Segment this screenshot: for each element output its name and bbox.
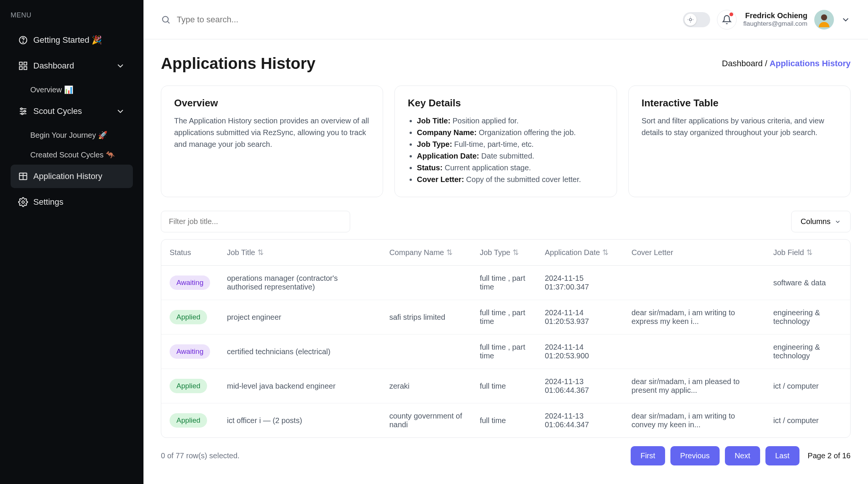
breadcrumb-root[interactable]: Dashboard bbox=[722, 59, 763, 68]
avatar bbox=[814, 10, 834, 30]
key-detail-item: Job Type: Full-time, part-time, etc. bbox=[417, 139, 603, 150]
cell-company-name: zeraki bbox=[381, 369, 471, 403]
help-circle-icon bbox=[18, 35, 28, 45]
sidebar-item-label: Scout Cycles bbox=[33, 106, 82, 116]
key-detail-item: Company Name: Organization offering the … bbox=[417, 127, 603, 139]
card-title: Key Details bbox=[408, 97, 603, 109]
sidebar-item-dashboard[interactable]: Dashboard bbox=[11, 54, 133, 78]
cell-application-date: 2024-11-13 01:06:44.367 bbox=[536, 369, 623, 403]
sidebar-subitem-begin-journey[interactable]: Begin Your Journey 🚀 bbox=[11, 125, 133, 145]
cell-application-date: 2024-11-14 01:20:53.937 bbox=[536, 300, 623, 335]
cell-job-type: full time bbox=[471, 403, 536, 438]
sidebar-subitem-created-cycles[interactable]: Created Scout Cycles 🦘 bbox=[11, 145, 133, 165]
card-key-details: Key Details Job Title: Position applied … bbox=[394, 86, 617, 197]
cell-job-type: full time bbox=[471, 369, 536, 403]
cell-job-title: project engineer bbox=[218, 300, 381, 335]
svg-point-18 bbox=[689, 19, 692, 21]
col-job-title[interactable]: Job Title⇅ bbox=[218, 240, 381, 266]
columns-button[interactable]: Columns bbox=[791, 211, 851, 232]
page-content: Applications History Dashboard / Applica… bbox=[143, 39, 868, 484]
col-job-type[interactable]: Job Type⇅ bbox=[471, 240, 536, 266]
key-detail-item: Application Date: Date submitted. bbox=[417, 150, 603, 162]
cell-company-name bbox=[381, 335, 471, 369]
sidebar-subitem-overview[interactable]: Overview 📊 bbox=[11, 80, 133, 100]
key-detail-item: Status: Current application stage. bbox=[417, 162, 603, 174]
card-body: The Application History section provides… bbox=[174, 115, 370, 150]
chevron-down-icon bbox=[834, 218, 841, 225]
previous-page-button[interactable]: Previous bbox=[670, 446, 720, 465]
chevron-down-icon bbox=[841, 15, 851, 25]
user-name: Fredrick Ochieng bbox=[743, 11, 807, 20]
sidebar-item-scout-cycles[interactable]: Scout Cycles bbox=[11, 100, 133, 123]
sort-icon: ⇅ bbox=[513, 248, 519, 257]
notification-dot bbox=[729, 12, 733, 16]
card-overview: Overview The Application History section… bbox=[161, 86, 383, 197]
table-row[interactable]: Appliedproject engineersafi strips limit… bbox=[161, 300, 850, 335]
cell-job-type: full time , part time bbox=[471, 300, 536, 335]
cell-job-type: full time , part time bbox=[471, 335, 536, 369]
svg-point-1 bbox=[23, 42, 23, 43]
cell-job-field: engineering & technology bbox=[765, 335, 850, 369]
cell-job-field: software & data bbox=[765, 266, 850, 300]
card-title: Interactive Table bbox=[642, 97, 837, 109]
user-menu[interactable]: Fredrick Ochieng flaughters@gmail.com bbox=[743, 10, 851, 30]
breadcrumb-separator: / bbox=[765, 59, 767, 68]
sidebar-item-label: Application History bbox=[33, 171, 102, 181]
sidebar: MENU Getting Started 🎉 Dashboard Overvie… bbox=[0, 0, 143, 484]
next-page-button[interactable]: Next bbox=[725, 446, 760, 465]
avatar-illustration bbox=[817, 12, 832, 27]
sort-icon: ⇅ bbox=[806, 248, 813, 257]
svg-line-17 bbox=[168, 22, 170, 23]
breadcrumb-current: Applications History bbox=[770, 59, 851, 68]
key-details-list: Job Title: Position applied for.Company … bbox=[408, 115, 603, 185]
card-body: Sort and filter applications by various … bbox=[642, 115, 837, 139]
topbar: Fredrick Ochieng flaughters@gmail.com bbox=[143, 0, 868, 39]
notifications-button[interactable] bbox=[717, 10, 737, 30]
cell-job-field: engineering & technology bbox=[765, 300, 850, 335]
chevron-down-icon bbox=[115, 61, 125, 71]
cell-application-date: 2024-11-15 01:37:00.347 bbox=[536, 266, 623, 300]
svg-point-15 bbox=[22, 201, 25, 204]
filter-job-title-input[interactable] bbox=[161, 211, 350, 232]
sidebar-item-settings[interactable]: Settings bbox=[11, 190, 133, 214]
sun-icon bbox=[687, 16, 694, 23]
table-body: Awaitingoperations manager (contractor's… bbox=[161, 266, 850, 438]
user-email: flaughters@gmail.com bbox=[743, 20, 807, 28]
table-row[interactable]: Appliedict officer i — (2 posts)county g… bbox=[161, 403, 850, 438]
cell-job-type: full time , part time bbox=[471, 266, 536, 300]
col-job-field[interactable]: Job Field⇅ bbox=[765, 240, 850, 266]
cell-company-name: county government of nandi bbox=[381, 403, 471, 438]
global-search-input[interactable] bbox=[177, 15, 328, 25]
status-badge: Applied bbox=[170, 413, 207, 428]
main-area: Fredrick Ochieng flaughters@gmail.com Ap… bbox=[143, 0, 868, 484]
table-row[interactable]: Appliedmid-level java backend engineerze… bbox=[161, 369, 850, 403]
pagination: First Previous Next Last Page 2 of 16 bbox=[631, 446, 851, 465]
svg-point-11 bbox=[22, 113, 23, 114]
first-page-button[interactable]: First bbox=[631, 446, 665, 465]
col-cover-letter[interactable]: Cover Letter bbox=[623, 240, 765, 266]
sidebar-item-getting-started[interactable]: Getting Started 🎉 bbox=[11, 28, 133, 52]
cell-job-title: mid-level java backend engineer bbox=[218, 369, 381, 403]
cell-cover-letter: dear sir/madam, i am writing to convey m… bbox=[623, 403, 765, 438]
page-title: Applications History bbox=[161, 54, 315, 73]
svg-point-23 bbox=[821, 14, 827, 20]
menu-section-label: MENU bbox=[11, 11, 133, 19]
page-info: Page 2 of 16 bbox=[808, 451, 851, 460]
sidebar-item-application-history[interactable]: Application History bbox=[11, 165, 133, 188]
table-row[interactable]: Awaitingcertified technicians (electrica… bbox=[161, 335, 850, 369]
sidebar-item-label: Settings bbox=[33, 197, 64, 207]
svg-point-10 bbox=[24, 110, 25, 112]
col-status[interactable]: Status bbox=[161, 240, 218, 266]
theme-toggle[interactable] bbox=[683, 12, 710, 27]
key-detail-item: Cover Letter: Copy of the submitted cove… bbox=[417, 174, 603, 185]
svg-point-9 bbox=[21, 108, 22, 109]
key-detail-item: Job Title: Position applied for. bbox=[417, 115, 603, 127]
cell-cover-letter: dear sir/madam, i am pleased to present … bbox=[623, 369, 765, 403]
col-application-date[interactable]: Application Date⇅ bbox=[536, 240, 623, 266]
cell-company-name: safi strips limited bbox=[381, 300, 471, 335]
col-company-name[interactable]: Company Name⇅ bbox=[381, 240, 471, 266]
last-page-button[interactable]: Last bbox=[765, 446, 799, 465]
svg-rect-2 bbox=[19, 62, 22, 65]
applications-table: Status Job Title⇅ Company Name⇅ Job Type… bbox=[161, 239, 851, 438]
table-row[interactable]: Awaitingoperations manager (contractor's… bbox=[161, 266, 850, 300]
